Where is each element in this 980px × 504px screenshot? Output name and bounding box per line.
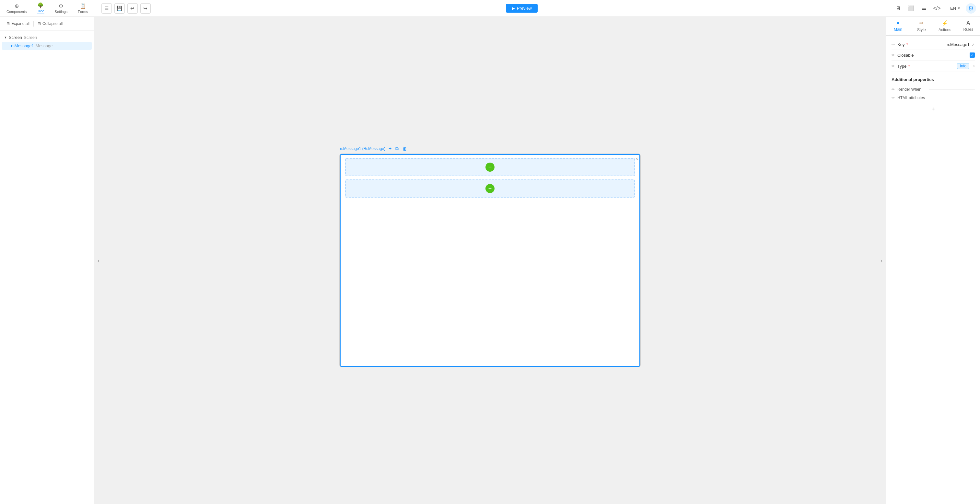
closable-checkbox[interactable]: ✓ [970, 52, 975, 58]
nav-tree-label: Tree [37, 9, 44, 13]
component-add-button[interactable]: + [387, 145, 393, 152]
component-label-text: rsMessage1 (RsMessage) [340, 146, 385, 151]
left-sidebar: ⊞ Expand all ⊟ Collapse all ▼ Screen Scr… [0, 17, 94, 504]
type-value-tag: Info [957, 63, 969, 69]
top-toolbar: ⊕ Components 🌳 Tree ⚙ Settings 📋 Forms ☰… [0, 0, 980, 17]
prop-key-value-container: rsMessage1 ✓ [926, 42, 975, 47]
message-slot-2: + [345, 180, 635, 197]
expand-all-label: Expand all [11, 21, 30, 26]
nav-settings-label: Settings [55, 10, 68, 14]
settings-icon: ⚙ [59, 3, 63, 9]
tab-actions[interactable]: ⚡ Actions [933, 17, 957, 35]
prop-type-label: Type * [897, 64, 923, 69]
collapse-icon: ⊟ [38, 21, 41, 26]
prop-row-key: ✏ Key * rsMessage1 ✓ [891, 40, 975, 50]
canvas-prev-button[interactable]: ‹ [94, 17, 103, 504]
prev-arrow-icon: ‹ [97, 257, 100, 264]
chevron-down-icon: ▼ [957, 6, 961, 10]
add-slot-2-button[interactable]: + [485, 184, 495, 193]
tree-component-type: Message [36, 43, 53, 48]
prop-closable-label: Closable [897, 53, 923, 58]
canvas-frame: rsMessage1 (RsMessage) + ⧉ 🗑 × + [339, 154, 641, 367]
prop-key-value: rsMessage1 [947, 42, 970, 47]
component-delete-button[interactable]: 🗑 [401, 145, 408, 152]
toolbar-right: 🖥 ⬜ ▬ </> EN ▼ ⚙ [893, 3, 976, 14]
language-label: EN [950, 6, 956, 11]
additional-properties-title: Additional properties [891, 77, 975, 82]
nav-settings[interactable]: ⚙ Settings [52, 2, 70, 15]
preview-button[interactable]: ▶ Preview [506, 4, 538, 13]
undo-button[interactable]: ↩ [127, 3, 138, 14]
toolbar-right-divider [945, 5, 945, 12]
save-button[interactable]: 💾 [115, 3, 125, 14]
tree-control-separator [33, 21, 34, 27]
html-attr-line [929, 98, 975, 98]
toolbar-divider [96, 3, 96, 14]
add-icon-2: + [488, 185, 492, 192]
pencil-icon-render: ✏ [891, 87, 895, 92]
toolbar-center: ▶ Preview [153, 4, 891, 13]
collapse-all-button[interactable]: ⊟ Collapse all [35, 20, 65, 27]
panel-tabs: ● Main ✏ Style ⚡ Actions A Rules [886, 17, 980, 36]
tree-component-name: rsMessage1 [11, 43, 34, 48]
add-property-button[interactable]: + [891, 102, 975, 117]
type-clear-button[interactable]: × [972, 64, 975, 68]
main-layout: ⊞ Expand all ⊟ Collapse all ▼ Screen Scr… [0, 17, 980, 504]
code-view-button[interactable]: </> [932, 3, 942, 14]
rules-tab-label: Rules [964, 27, 974, 32]
canvas-next-button[interactable]: › [877, 17, 886, 504]
mobile-device-button[interactable]: ▬ [919, 3, 929, 14]
redo-button[interactable]: ↪ [140, 3, 151, 14]
gear-icon: ⚙ [968, 5, 974, 12]
desktop-device-button[interactable]: 🖥 [893, 3, 903, 14]
nav-tree[interactable]: 🌳 Tree [34, 1, 47, 16]
prop-render-when-label: Render When [897, 87, 926, 92]
component-label-actions: + ⧉ 🗑 [387, 145, 408, 152]
panel-content: ✏ Key * rsMessage1 ✓ ✏ Closable ✓ ✏ [886, 36, 980, 504]
tree-screen-label: Screen [9, 35, 22, 40]
actions-tab-label: Actions [939, 27, 951, 32]
nav-components[interactable]: ⊕ Components [4, 2, 29, 15]
sidebar-toggle-button[interactable]: ☰ [102, 3, 112, 14]
prop-row-html-attributes: ✏ HTML attributes [891, 94, 975, 102]
tree-controls: ⊞ Expand all ⊟ Collapse all [0, 17, 94, 31]
prop-html-attr-value [929, 98, 975, 98]
check-icon-key: ✓ [972, 43, 975, 47]
tree-screen-item[interactable]: ▼ Screen Screen [0, 33, 94, 41]
component-close-button[interactable]: × [635, 156, 638, 161]
canvas-area: ‹ rsMessage1 (RsMessage) + ⧉ 🗑 × [94, 17, 886, 504]
prop-render-when-value [929, 89, 975, 90]
add-prop-icon: + [931, 106, 935, 113]
message-slot-1: + [345, 158, 635, 176]
prop-html-attr-label: HTML attributes [897, 95, 926, 100]
tree-component-item[interactable]: rsMessage1 Message [2, 42, 92, 50]
rules-tab-icon: A [966, 20, 970, 26]
expand-all-button[interactable]: ⊞ Expand all [4, 20, 32, 27]
component-label-bar: rsMessage1 (RsMessage) + ⧉ 🗑 [340, 145, 408, 152]
tree-icon: 🌳 [37, 2, 44, 8]
nav-components-label: Components [6, 10, 27, 14]
collapse-all-label: Collapse all [43, 21, 62, 26]
settings-gear-button[interactable]: ⚙ [966, 3, 976, 14]
tab-rules[interactable]: A Rules [957, 17, 980, 35]
prop-row-render-when: ✏ Render When [891, 85, 975, 94]
language-selector[interactable]: EN ▼ [948, 5, 963, 12]
prop-row-closable: ✏ Closable ✓ [891, 50, 975, 60]
add-icon-1: + [488, 164, 492, 171]
forms-icon: 📋 [80, 3, 86, 9]
tab-style[interactable]: ✏ Style [910, 17, 933, 35]
tab-main[interactable]: ● Main [886, 17, 910, 35]
next-arrow-icon: › [880, 257, 883, 264]
tree-screen-type: Screen [24, 35, 37, 40]
component-overlay: rsMessage1 (RsMessage) + ⧉ 🗑 × + [340, 154, 640, 367]
main-tab-label: Main [894, 27, 902, 32]
tree-body: ▼ Screen Screen rsMessage1 Message [0, 31, 94, 53]
add-slot-1-button[interactable]: + [485, 162, 495, 172]
pencil-icon-closable: ✏ [891, 53, 895, 57]
nav-forms[interactable]: 📋 Forms [75, 2, 91, 15]
right-panel: ● Main ✏ Style ⚡ Actions A Rules ✏ Key [886, 17, 980, 504]
pencil-icon-type: ✏ [891, 64, 895, 68]
toolbar-left: ⊕ Components 🌳 Tree ⚙ Settings 📋 Forms [4, 1, 91, 16]
tablet-device-button[interactable]: ⬜ [906, 3, 916, 14]
component-copy-button[interactable]: ⧉ [394, 145, 400, 152]
